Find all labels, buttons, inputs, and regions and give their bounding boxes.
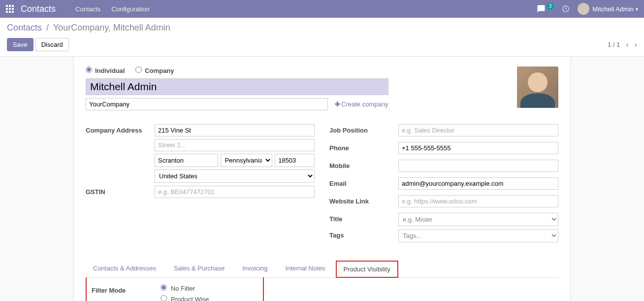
job-input[interactable] (398, 124, 558, 136)
breadcrumb-sep: / (46, 23, 49, 33)
phone-input[interactable] (398, 142, 558, 154)
email-input[interactable] (398, 177, 558, 190)
label-title: Title (329, 213, 398, 223)
street-input[interactable] (155, 124, 315, 136)
radio-company-label: Company (145, 67, 174, 74)
messages-badge: 3 (547, 3, 554, 9)
svg-rect-4 (9, 8, 11, 10)
tab-sales-purchase[interactable]: Sales & Purchase (166, 260, 232, 277)
label-gstin: GSTIN (86, 186, 155, 196)
label-mobile: Mobile (329, 160, 398, 169)
pager-next[interactable]: › (635, 40, 637, 49)
topbar: Contacts Contacts Configuration 3 Mitche… (0, 0, 644, 18)
contact-avatar[interactable] (517, 67, 558, 108)
street2-input[interactable] (155, 139, 315, 151)
svg-rect-5 (12, 8, 14, 10)
discard-button[interactable]: Discard (35, 38, 69, 51)
radio-no-filter[interactable]: No Filter (161, 284, 213, 292)
chevron-down-icon: ▾ (636, 6, 638, 12)
label-website: Website Link (329, 195, 398, 205)
state-select[interactable]: Pennsylvania (US) (221, 154, 273, 167)
gstin-input[interactable] (155, 186, 315, 198)
user-menu[interactable]: Mitchell Admin ▾ (578, 3, 638, 15)
label-phone: Phone (329, 142, 398, 152)
city-input[interactable] (155, 154, 218, 167)
plus-icon: ✚ (335, 100, 340, 108)
radio-product-wise[interactable]: Product Wise (161, 295, 213, 301)
name-input[interactable] (86, 78, 388, 95)
messages-icon[interactable]: 3 (537, 4, 554, 13)
title-select[interactable]: e.g. Mister (398, 213, 558, 226)
radio-product-wise-label: Product Wise (171, 296, 209, 301)
radio-individual-label: Individual (95, 67, 125, 74)
svg-rect-6 (6, 11, 8, 13)
label-email: Email (329, 177, 398, 187)
pager-text: 1 / 1 (608, 41, 620, 48)
svg-rect-3 (6, 8, 8, 10)
activity-icon[interactable] (562, 5, 570, 13)
subheader: Contacts / YourCompany, Mitchell Admin S… (0, 18, 644, 57)
form-sheet: Individual Company ✚Create company Compa… (73, 57, 571, 301)
avatar-icon (578, 3, 589, 15)
label-company-address: Company Address (86, 124, 155, 134)
tabs: Contacts & Addresses Sales & Purchase In… (86, 260, 558, 278)
nav-configuration[interactable]: Configuration (111, 5, 149, 13)
app-brand: Contacts (21, 4, 56, 14)
website-input[interactable] (398, 195, 558, 207)
label-tags: Tags (329, 229, 398, 239)
apps-icon[interactable] (6, 5, 14, 13)
svg-rect-2 (12, 5, 14, 7)
tab-contacts-addresses[interactable]: Contacts & Addresses (86, 260, 163, 277)
tab-content-product-visibility: Filter Mode No Filter Product Wise Categ… (86, 277, 264, 301)
tab-product-visibility[interactable]: Product Visibility (336, 261, 398, 278)
tab-invoicing[interactable]: Invoicing (235, 260, 275, 277)
radio-no-filter-label: No Filter (171, 285, 195, 292)
breadcrumb: Contacts / YourCompany, Mitchell Admin (7, 23, 637, 33)
label-job: Job Position (329, 124, 398, 134)
radio-company[interactable]: Company (135, 67, 174, 74)
breadcrumb-root[interactable]: Contacts (7, 23, 42, 33)
label-filter-mode: Filter Mode (92, 284, 161, 294)
mobile-input[interactable] (398, 160, 558, 172)
nav-contacts[interactable]: Contacts (75, 5, 100, 13)
create-company-label: Create company (341, 100, 388, 108)
company-input[interactable] (86, 98, 328, 110)
svg-rect-0 (6, 5, 8, 7)
country-select[interactable]: United States (155, 169, 315, 183)
pager-prev[interactable]: ‹ (626, 40, 628, 49)
tags-select[interactable]: Tags... (398, 229, 558, 242)
create-company-link[interactable]: ✚Create company (335, 100, 388, 108)
save-button[interactable]: Save (7, 38, 33, 51)
username: Mitchell Admin (592, 5, 634, 13)
svg-rect-7 (9, 11, 11, 13)
contact-type-radios: Individual Company (86, 67, 507, 74)
pager: 1 / 1 ‹ › (608, 40, 637, 49)
tab-internal-notes[interactable]: Internal Notes (278, 260, 333, 277)
zip-input[interactable] (275, 154, 315, 167)
svg-rect-1 (9, 5, 11, 7)
svg-rect-8 (12, 11, 14, 13)
radio-individual[interactable]: Individual (86, 67, 125, 74)
breadcrumb-current: YourCompany, Mitchell Admin (53, 23, 170, 33)
